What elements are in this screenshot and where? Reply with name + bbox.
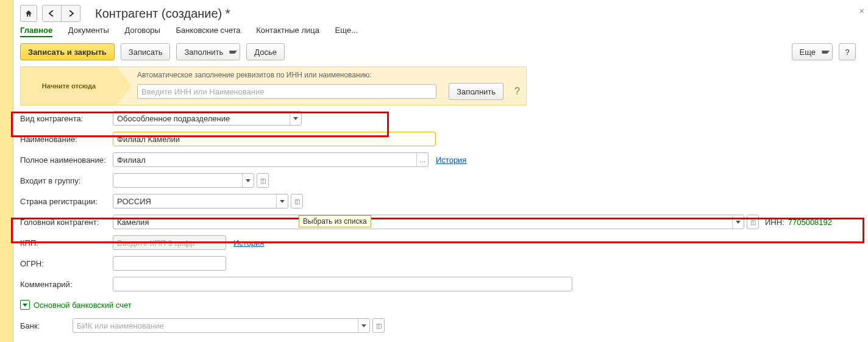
bank-input[interactable] bbox=[73, 319, 358, 332]
name-label: Наименование: bbox=[20, 135, 113, 144]
page-title: Контрагент (создание) * bbox=[95, 7, 230, 21]
select-from-list-tooltip: Выбрать из списка bbox=[299, 215, 371, 227]
bank-open-button[interactable]: ◫ bbox=[372, 318, 385, 333]
autofill-input[interactable] bbox=[137, 84, 436, 99]
country-select[interactable]: РОССИЯ bbox=[113, 194, 288, 208]
dossier-button[interactable]: Досье bbox=[246, 43, 285, 60]
parent-label: Головной контрагент: bbox=[20, 218, 113, 227]
bank-section-label: Основной банковский счет bbox=[34, 301, 132, 310]
inn-label: ИНН: bbox=[765, 218, 784, 227]
tab-bar: Главное Документы Договоры Банковские сч… bbox=[20, 26, 862, 37]
ellipsis-icon[interactable]: … bbox=[416, 153, 428, 166]
country-open-button[interactable]: ◫ bbox=[291, 194, 303, 208]
close-icon[interactable]: × bbox=[859, 6, 864, 16]
tab-contracts[interactable]: Договоры bbox=[125, 26, 160, 35]
ogrn-input[interactable] bbox=[113, 256, 226, 271]
autofill-fill-button[interactable]: Заполнить bbox=[449, 83, 503, 100]
fullname-input[interactable]: Филиал … bbox=[113, 152, 429, 167]
kpp-input[interactable] bbox=[113, 235, 226, 250]
fullname-history-link[interactable]: История bbox=[436, 155, 466, 165]
fullname-value: Филиал bbox=[113, 155, 416, 165]
name-input[interactable] bbox=[113, 132, 436, 146]
bank-label: Банк: bbox=[20, 321, 73, 330]
tab-contacts[interactable]: Контактные лица bbox=[256, 26, 319, 35]
inn-value: 7705008192 bbox=[788, 218, 832, 227]
comment-label: Комментарий: bbox=[20, 280, 113, 289]
fill-button[interactable]: Заполнить bbox=[176, 43, 240, 60]
parent-open-button[interactable]: ◫ bbox=[747, 215, 759, 229]
parent-value: Камелия bbox=[113, 218, 732, 227]
help-icon[interactable]: ? bbox=[514, 86, 520, 97]
parent-select[interactable]: Камелия bbox=[113, 215, 744, 229]
help-button[interactable]: ? bbox=[839, 43, 856, 60]
tab-documents[interactable]: Документы bbox=[68, 26, 109, 35]
more-button[interactable]: Еще bbox=[792, 43, 833, 60]
group-label: Входит в группу: bbox=[20, 176, 113, 185]
start-here-badge: Начните отсюда bbox=[20, 66, 117, 105]
type-select[interactable]: Обособленное подразделение bbox=[113, 111, 302, 126]
tab-more[interactable]: Еще... bbox=[335, 26, 358, 35]
comment-input[interactable] bbox=[113, 277, 572, 291]
autofill-hint: Автоматическое заполнение реквизитов по … bbox=[137, 71, 520, 79]
type-value: Обособленное подразделение bbox=[113, 114, 290, 123]
group-select[interactable] bbox=[113, 173, 254, 188]
forward-button[interactable] bbox=[62, 5, 80, 21]
ogrn-label: ОГРН: bbox=[20, 259, 113, 268]
country-label: Страна регистрации: bbox=[20, 197, 113, 206]
tab-bank-accounts[interactable]: Банковские счета bbox=[176, 26, 241, 35]
fill-button-label: Заполнить bbox=[184, 48, 223, 57]
chevron-down-icon[interactable] bbox=[242, 174, 254, 187]
chevron-down-icon bbox=[822, 51, 830, 54]
back-button[interactable] bbox=[43, 5, 62, 21]
app-rail bbox=[0, 0, 13, 342]
chevron-down-icon[interactable] bbox=[358, 319, 369, 332]
bank-section-toggle[interactable]: Основной банковский счет bbox=[20, 300, 132, 310]
more-button-label: Еще bbox=[800, 48, 816, 57]
chevron-down-icon[interactable] bbox=[290, 112, 301, 125]
group-open-button[interactable]: ◫ bbox=[257, 173, 269, 188]
bank-select[interactable] bbox=[73, 318, 370, 333]
home-button[interactable] bbox=[20, 5, 37, 22]
chevron-down-icon[interactable] bbox=[732, 215, 744, 229]
chevron-down-icon bbox=[229, 51, 237, 54]
type-label: Вид контрагента: bbox=[20, 114, 113, 123]
kpp-label: КПП: bbox=[20, 238, 113, 248]
save-button[interactable]: Записать bbox=[121, 43, 171, 60]
chevron-down-icon[interactable] bbox=[276, 194, 288, 208]
country-value: РОССИЯ bbox=[113, 197, 276, 206]
save-and-close-button[interactable]: Записать и закрыть bbox=[20, 43, 115, 60]
tab-main[interactable]: Главное bbox=[20, 26, 52, 37]
kpp-history-link[interactable]: История bbox=[233, 238, 264, 248]
fullname-label: Полное наименование: bbox=[20, 155, 113, 165]
